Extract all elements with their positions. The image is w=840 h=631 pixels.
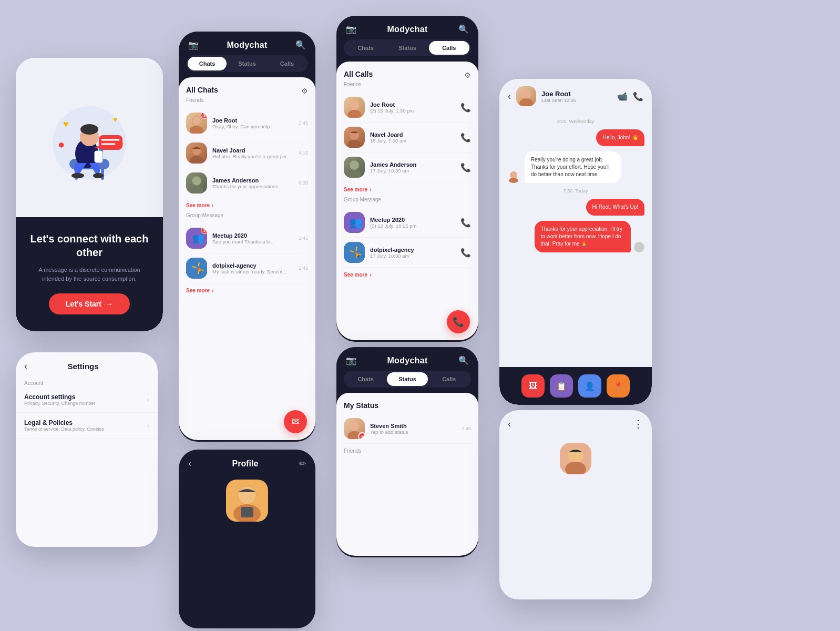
chat-preview-meetup: See you man! Thanks a lot. [212,239,293,245]
call-avatar-navel [344,127,365,148]
chat2-more-icon[interactable]: ⋮ [633,418,643,430]
bottom-action-bar: 🖼 📋 👤 📍 [499,367,652,405]
profile-edit-icon[interactable]: ✏ [299,459,306,469]
msg-appreciation-container: Thanks for your appreciation. I'll try t… [507,221,644,252]
calls-card: 📷 Modychat 🔍 Chats Status Calls All Call… [336,16,478,342]
detail-avatar-joe [516,86,536,106]
avatar-steven: + [344,418,365,439]
chat-preview-navel: Hahaha. Really you're a great person [212,154,293,159]
search-icon-status[interactable]: 🔍 [458,355,469,365]
tab-chats-calls[interactable]: Chats [345,41,386,55]
back-button[interactable]: ‹ [508,91,511,102]
filter-icon[interactable]: ⚙ [301,87,308,95]
action-contact-btn[interactable]: 👤 [578,374,601,398]
call-item-joe[interactable]: Joe Root (3) 15 July, 1:30 pm 📞 [344,93,471,123]
settings-item-account[interactable]: Account settings Privacy, Security, Chan… [16,387,158,413]
filter-icon-calls[interactable]: ⚙ [464,71,471,79]
chats-card: 📷 Modychat 🔍 Chats Status Calls All Chat… [179,32,315,442]
voice-call-icon[interactable]: 📞 [633,91,643,101]
call-phone-icon-meetup[interactable]: 📞 [460,218,471,228]
chat-detail-2-card: ‹ ⋮ [499,410,652,599]
tab-status-calls[interactable]: Status [387,41,427,55]
tab-status[interactable]: Status [228,57,267,70]
chat-preview-joe: Okay, I'll try. Can you help.... [212,124,293,129]
call-fab[interactable]: 📞 [447,310,470,333]
call-item-james[interactable]: James Anderson 17 July, 10:30 am 📞 [344,152,471,182]
welcome-subtitle: A message is a discrete communication in… [28,266,150,283]
status-body: My Status + Steven Smith Tap to add stat… [336,393,478,556]
compose-fab[interactable]: ✉ [284,410,307,433]
action-location-btn[interactable]: 📍 [607,374,630,398]
svg-point-32 [350,100,359,110]
call-phone-icon-dotpixel[interactable]: 📞 [460,248,471,258]
msg-appreciation: Thanks for your appreciation. I'll try t… [535,221,631,252]
chat-preview-dotpixel: My task is almost ready. Send it... [212,269,293,274]
action-file-btn[interactable]: 📋 [550,374,573,398]
chat-item-joe[interactable]: 2 Joe Root Okay, I'll try. Can you help.… [186,108,308,138]
chat2-back-button[interactable]: ‹ [508,419,511,430]
status-name-steven: Steven Smith [370,423,456,429]
chat-item-dotpixel[interactable]: 🤸 dotpixel-agency My task is almost read… [186,253,308,283]
chat-info-joe: Joe Root Okay, I'll try. Can you help...… [212,117,293,129]
call-phone-icon-navel[interactable]: 📞 [460,133,471,143]
status-time-steven: 2:45 [462,426,471,431]
camera-icon[interactable]: 📷 [188,40,199,50]
tab-chats[interactable]: Chats [188,57,227,70]
calls-app-title: Modychat [387,25,427,34]
msg-date-wednesday: 8:25, Wednesday [507,119,644,124]
msg-read-indicator [634,242,644,252]
chat-item-james[interactable]: James Anderson Thanks for your appreciat… [186,168,308,198]
tab-calls-status[interactable]: Calls [429,372,469,386]
status-friends-label: Friends [344,448,471,454]
welcome-title: Let's connect with each other [28,232,150,259]
settings-back-button[interactable]: ‹ [24,361,27,372]
see-more-calls-friends[interactable]: See more › [344,187,471,192]
welcome-illustration-area: ♥ ♥ ● ◆ [16,58,163,217]
avatar-joe: 2 [186,113,207,134]
badge-joe: 2 [201,113,207,119]
tab-status-active[interactable]: Status [387,372,427,386]
chats-app-title: Modychat [227,40,267,50]
detail-contact-info: Joe Root Last Seen 12:45 [541,90,576,103]
search-icon[interactable]: 🔍 [295,40,306,50]
action-image-btn[interactable]: 🖼 [521,374,545,398]
call-item-navel[interactable]: Navel Joard 18 July, 7:00 am 📞 [344,123,471,152]
settings-account-chevron: › [147,396,149,403]
lets-start-button[interactable]: Let's Start → [49,293,130,314]
call-item-dotpixel[interactable]: 🤸 dotpixel-agency 17 July, 10:30 am 📞 [344,238,471,268]
call-info-navel: Navel Joard 18 July, 7:00 am [370,131,455,144]
chat-item-navel[interactable]: Navel Joard Hahaha. Really you're a grea… [186,138,308,168]
msg-hello: Hello, John! 👋 [596,129,644,146]
chat-name-meetup: Meetup 2020 [212,232,293,239]
see-more-calls-groups[interactable]: See more › [344,272,471,278]
camera-icon-status[interactable]: 📷 [346,355,356,365]
svg-text:🤸: 🤸 [349,246,362,259]
call-info-dotpixel: dotpixel-agency 17 July, 10:30 am [370,247,455,259]
status-tab-bar: Chats Status Calls [344,371,471,388]
svg-point-37 [347,170,361,178]
location-icon: 📍 [613,381,623,391]
settings-item-legal[interactable]: Legal & Policies Terms of service, Data … [16,413,158,439]
tab-calls[interactable]: Calls [268,57,306,70]
call-item-meetup[interactable]: 👥 Meetup 2020 (3) 12 July, 10:25 pm 📞 [344,208,471,238]
call-phone-icon-james[interactable]: 📞 [460,162,471,172]
search-icon-calls[interactable]: 🔍 [458,24,469,34]
chat-item-meetup[interactable]: 👥 2 Meetup 2020 See you man! Thanks a lo… [186,223,308,253]
call-phone-icon-joe[interactable]: 📞 [460,103,471,113]
tab-calls-active[interactable]: Calls [429,41,469,55]
camera-icon-calls[interactable]: 📷 [346,24,356,34]
chats-body: All Chats ⚙ Friends 2 Joe Root Okay, I'l… [179,77,315,440]
image-icon: 🖼 [529,381,537,391]
video-call-icon[interactable]: 📹 [617,91,628,101]
see-more-friends[interactable]: See more › [186,202,308,208]
group-label: Group Message [186,212,308,218]
message-container: 8:25, Wednesday Hello, John! 👋 Really yo… [499,114,652,371]
svg-rect-15 [99,135,122,150]
svg-point-9 [80,124,98,135]
tab-chats-status[interactable]: Chats [345,372,386,386]
chat-time-joe: 2:45 [299,120,308,126]
chat2-header: ‹ ⋮ [499,410,652,437]
status-item-steven[interactable]: + Steven Smith Tap to add status 2:45 [344,414,471,444]
see-more-groups[interactable]: See more › [186,288,308,293]
settings-legal-sub: Terms of service, Data policy, Cookies [24,426,147,432]
